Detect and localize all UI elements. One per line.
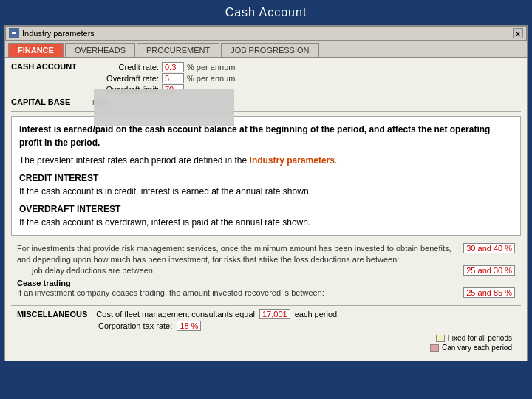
main-info-bold: Interest is earned/paid on the cash acco… [19, 124, 490, 148]
prevalent-text: The prevalent interest rates each period… [19, 155, 247, 166]
misc-field1-unit: each period [295, 310, 338, 318]
cash-account-label: CASH ACCOUNT [11, 62, 92, 71]
investment-value-3: 25 and 85 % [463, 287, 515, 298]
legend-box-pink [430, 344, 439, 352]
tab-job-progression[interactable]: JOB PROGRESSION [221, 43, 318, 57]
overdraft-interest-desc: If the cash account is overdrawn, intere… [19, 216, 513, 229]
tab-bar: FINANCE OVERHEADS PROCUREMENT JOB PROGRE… [5, 41, 527, 58]
industry-params-label: Industry parameters [22, 29, 95, 38]
job-delay-row: job delay deductions are between: 25 and… [17, 265, 515, 276]
tab-overheads[interactable]: OVERHEADS [65, 43, 135, 57]
misc-field1-value: 17,001 [259, 309, 290, 319]
info-box: Interest is earned/paid on the cash acco… [11, 116, 521, 236]
credit-rate-row: Credit rate: 0.3 % per annum [92, 62, 235, 72]
credit-rate-value: 0.3 [162, 62, 184, 72]
main-info-text: Interest is earned/paid on the cash acco… [19, 123, 513, 149]
overdraft-rate-label: Overdraft rate: [92, 74, 159, 83]
misc-row-2: Corporation tax rate: 18 % [17, 321, 515, 331]
industry-params-bar: Industry parameters x [5, 26, 527, 41]
svg-rect-3 [12, 35, 15, 35]
misc-field2-value: 18 % [177, 321, 201, 331]
main-container: Industry parameters x FINANCE OVERHEADS … [4, 25, 528, 361]
link-suffix: . [335, 155, 337, 166]
credit-interest-desc: If the cash account is in credit, intere… [19, 185, 513, 198]
title-bar: Cash Account [0, 0, 532, 25]
legend-box-yellow [436, 335, 445, 342]
close-button[interactable]: x [513, 28, 523, 38]
investment-desc-2: and depending upon how much has been inv… [17, 255, 515, 264]
overdraft-interest-title: OVERDRAFT INTEREST [19, 204, 513, 214]
legend-item-vary: Can vary each period [430, 344, 512, 352]
content-area: CASH ACCOUNT Credit rate: 0.3 % per annu… [5, 58, 527, 361]
investment-section: For investments that provide risk manage… [11, 240, 521, 302]
cease-trading-desc: If an investment company ceases trading,… [17, 288, 463, 297]
svg-rect-1 [12, 32, 16, 33]
investment-row-1: For investments that provide risk manage… [17, 243, 515, 253]
capital-base-label: CAPITAL BASE [11, 98, 92, 106]
investment-value-2: 25 and 30 % [463, 265, 515, 276]
misc-field2-label: Corporation tax rate: [98, 321, 172, 330]
legend-label-fixed: Fixed for all periods [448, 334, 512, 342]
tab-finance[interactable]: FINANCE [8, 43, 64, 57]
misc-section: MISCELLANEOUS Cost of fleet management c… [11, 305, 521, 335]
cease-trading-row: If an investment company ceases trading,… [17, 287, 515, 298]
investment-desc-1: For investments that provide risk manage… [17, 244, 463, 253]
tab-procurement[interactable]: PROCUREMENT [137, 43, 219, 57]
params-icon [9, 28, 19, 38]
cease-trading-section: Cease trading [17, 279, 515, 287]
credit-interest-title: CREDIT INTEREST [19, 173, 513, 183]
overdraft-rate-row: Overdraft rate: 5 % per annum [92, 73, 235, 83]
app-title: Cash Account [225, 6, 307, 18]
job-delay-label: job delay deductions are between: [17, 266, 463, 275]
prevalent-text-row: The prevalent interest rates each period… [19, 154, 513, 167]
cash-account-section: CASH ACCOUNT Credit rate: 0.3 % per annu… [11, 62, 521, 95]
capital-base-section: CAPITAL BASE none [11, 98, 521, 112]
misc-label: MISCELLANEOUS [17, 310, 87, 318]
industry-params-link[interactable]: Industry parameters [250, 155, 335, 166]
legend-item-fixed: Fixed for all periods [436, 334, 512, 342]
misc-row-1: MISCELLANEOUS Cost of fleet management c… [17, 309, 515, 319]
credit-rate-unit: % per annum [187, 63, 235, 72]
overdraft-rate-value: 5 [162, 73, 184, 83]
blur-overlay [94, 89, 234, 126]
credit-rate-label: Credit rate: [92, 63, 159, 72]
investment-row-2: and depending upon how much has been inv… [17, 255, 515, 264]
misc-field1-label: Cost of fleet management consultants equ… [96, 310, 255, 318]
svg-rect-2 [12, 33, 16, 34]
legend-label-vary: Can vary each period [442, 344, 512, 352]
legend-area: Fixed for all periods Can vary each peri… [5, 334, 515, 352]
overdraft-rate-unit: % per annum [187, 74, 235, 83]
cease-trading-label: Cease trading [17, 279, 71, 287]
investment-value-1: 30 and 40 % [463, 243, 515, 253]
